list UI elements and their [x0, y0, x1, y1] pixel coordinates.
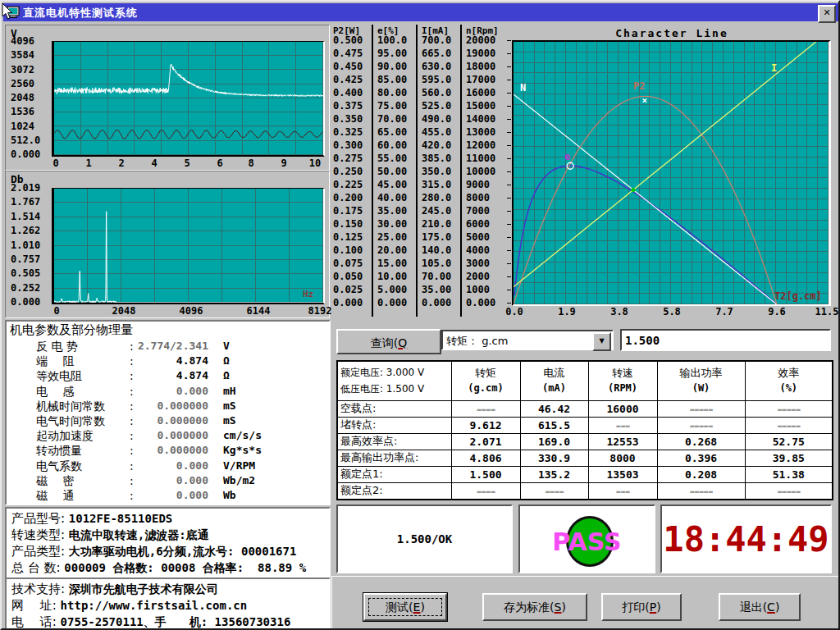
support-line-value: 深圳市先航电子技术有限公司 [69, 582, 218, 596]
table-column-header: 转矩(g.cm) [451, 361, 520, 400]
param-unit: Ω [223, 369, 230, 381]
product-line-label: 产品型号: [11, 511, 69, 526]
param-row: 磁 通:0.000Wb [7, 489, 329, 504]
param-row: 机械时间常数:0.000000mS [7, 399, 329, 414]
result-cell: 12553 [588, 433, 657, 450]
spectrum-plot [52, 188, 325, 304]
scale-value: 0.075 [333, 258, 363, 269]
current-ripple-trace [54, 130, 323, 139]
scale-value: 25.00 [377, 231, 407, 243]
scale-value: 55.00 [377, 153, 407, 164]
title-bar[interactable]: 直流电机特性测试系统 ✕ [3, 3, 838, 21]
scale-value: 280.0 [422, 192, 451, 203]
action-button-e[interactable]: 测试(E) [363, 593, 447, 621]
x-tick-label: 6 [217, 158, 222, 169]
param-row: 电 感:0.000mH [7, 385, 329, 399]
action-button-p[interactable]: 打印(P) [601, 593, 682, 621]
x-tick-label: 7.7 [715, 306, 733, 317]
scale-value: 0.275 [333, 153, 363, 164]
param-label: 转动惯量 [36, 444, 82, 459]
x-tick-label: 9.6 [768, 306, 786, 317]
action-button-s[interactable]: 存为标准(S) [482, 593, 587, 621]
scale-value: 455.0 [422, 126, 451, 138]
action-button-c[interactable]: 退出(C) [719, 593, 801, 621]
scale-value: 175.0 [422, 231, 451, 243]
x-tick-label: 2048 [112, 305, 136, 317]
result-cell: 1.500 [451, 466, 520, 482]
scale-value: 0.175 [333, 205, 363, 217]
result-cell: 46.42 [520, 400, 588, 417]
param-unit: mS [223, 414, 236, 427]
result-cell: 13503 [588, 466, 657, 482]
y-tick-label: 1.262 [11, 225, 40, 236]
product-line-value: 大功率驱动电机,6分频,流水号: 00001671 [69, 545, 297, 558]
param-label: 等效电阻 [36, 369, 82, 384]
scale-value: 0.200 [333, 192, 363, 203]
scale-value: 315.0 [422, 179, 451, 190]
torque-unit-combobox[interactable]: 转矩： g.cm ▼ [441, 330, 614, 350]
scale-columns: P2[W]0.5000.4750.4500.4250.4000.3750.350… [330, 25, 504, 317]
param-row: 端 阻:4.874Ω [7, 354, 329, 369]
param-row: 转动惯量:0.000000Kg*s*s [7, 444, 329, 459]
scale-value: 490.0 [422, 113, 451, 125]
query-button[interactable]: 查询(Q [336, 329, 441, 354]
table-column-header: 电流(mA) [520, 361, 588, 400]
dropdown-arrow-icon[interactable]: ▼ [592, 332, 611, 351]
scale-value: 13000 [466, 126, 495, 138]
y-tick-label: 0.252 [11, 282, 40, 294]
result-cell: ---- [451, 482, 520, 500]
y-tick-label: 3072 [11, 64, 34, 75]
voltage-scope-panel: V 4096358430722560204815361024512.00.000… [5, 25, 330, 171]
scale-value: 5000 [466, 231, 490, 243]
y-tick-label: 0.000 [11, 296, 40, 308]
x-tick-label: 0 [52, 158, 58, 169]
i-curve-label: I [771, 62, 777, 74]
character-chart-y-ticks [507, 40, 511, 304]
x-tick-label: 9 [281, 158, 286, 169]
result-cell: 4.806 [451, 450, 520, 466]
param-value: 0.000 [105, 489, 208, 501]
x-tick-label: 3.8 [610, 306, 628, 317]
scale-value: 245.0 [422, 205, 451, 217]
param-unit: Wb [223, 489, 236, 501]
scale-value: 17000 [466, 74, 495, 85]
p2-curve-label: P2 [633, 80, 645, 92]
support-line: 网 址: http://www.firstsail.com.cn [11, 598, 247, 614]
result-cell: --- [588, 417, 657, 433]
x-tick-label: 11.5 [815, 306, 839, 317]
scale-value: 20000 [466, 34, 495, 46]
scale-column: I[mA]700.0665.0630.0595.0560.0525.0490.0… [420, 25, 463, 317]
result-cell: 330.9 [520, 450, 588, 466]
voltage-spec-line: 额定电压: 3.000 V [338, 364, 451, 381]
pass-text: PASS [520, 527, 654, 556]
x-tick-label: 5.8 [663, 306, 681, 317]
result-cell: ----- [657, 482, 745, 500]
y-tick-label: 0.757 [11, 253, 40, 265]
scale-value: 100.0 [377, 34, 407, 46]
param-row: 电气时间常数:0.000000mS [7, 414, 329, 429]
scale-value: 595.0 [422, 74, 451, 85]
scale-value: 35.00 [377, 205, 407, 217]
scale-value: 0.500 [333, 34, 363, 46]
param-label: 磁 密 [36, 474, 74, 489]
e-curve-label: e [564, 151, 570, 162]
result-cell: 615.5 [520, 417, 588, 433]
scale-value: 3000 [466, 258, 490, 269]
product-line: 产品类型: 大功率驱动电机,6分频,流水号: 00001671 [11, 544, 296, 559]
results-table: 额定电压: 3.000 V低压电压: 1.500 V转矩(g.cm)电流(mA)… [336, 360, 833, 500]
scale-value: 0.000 [333, 297, 363, 308]
param-label: 起动加速度 [36, 429, 94, 444]
table-row: 堵转点:9.612615.5------------- [337, 417, 833, 433]
close-button[interactable]: ✕ [818, 5, 836, 23]
scale-value: 0.450 [333, 61, 363, 72]
button-label: 测试(E) [365, 595, 445, 619]
query-value-input[interactable] [620, 329, 831, 351]
result-cell: 51.38 [745, 466, 833, 482]
table-row: 额定点2:--------------------- [337, 482, 833, 500]
scale-value: 95.00 [377, 48, 407, 59]
scale-value: 0.000 [466, 297, 495, 308]
n-curve-label: N [520, 82, 526, 94]
y-tick-label: 3584 [11, 49, 34, 61]
scale-value: 10.00 [377, 271, 407, 282]
scale-value: 80.00 [377, 87, 407, 98]
